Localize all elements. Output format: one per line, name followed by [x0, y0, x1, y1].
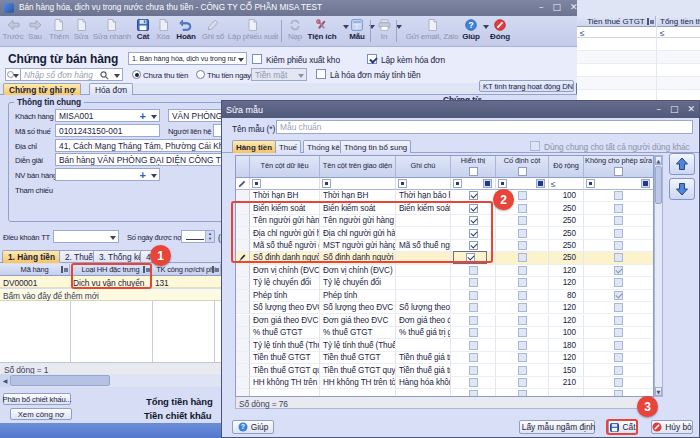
col-fixed-checkbox[interactable] — [518, 390, 527, 397]
col-readonly-checkbox[interactable] — [614, 303, 623, 312]
col-readonly-checkbox[interactable] — [614, 328, 623, 337]
cell-col-readonly[interactable] — [584, 202, 654, 214]
template-row[interactable]: Đơn giá theo ĐVCĐơn giá theo ĐVCĐơn giá … — [236, 315, 654, 327]
cell-col-readonly[interactable] — [584, 252, 654, 264]
cell-col-fixed[interactable] — [496, 215, 549, 227]
header-col-readonly[interactable]: Không cho phép sửa — [584, 156, 654, 178]
col-fixed-checkbox[interactable] — [518, 191, 527, 200]
col-visible-checkbox[interactable] — [469, 191, 478, 200]
item-add-row[interactable]: Bấm vào đây để thêm mới — [0, 289, 221, 301]
toolbar-item-2[interactable]: Sau — [22, 18, 48, 41]
cell-col-fixed[interactable] — [496, 252, 549, 264]
maximize-icon[interactable]: □ — [553, 2, 562, 12]
modal-help-button[interactable]: ? Giúp — [232, 420, 274, 434]
col-visible-checkbox[interactable] — [469, 303, 478, 312]
col-fixed-checkbox[interactable] — [518, 204, 527, 213]
filter-icon[interactable] — [498, 179, 507, 188]
cell-col-width[interactable]: 120 — [549, 277, 584, 289]
cell-col-fixed[interactable] — [496, 364, 549, 376]
col-visible-checkbox[interactable] — [469, 353, 478, 362]
cell-col-readonly[interactable] — [584, 352, 654, 364]
toolbar-item-17[interactable]: Đóng — [487, 18, 513, 41]
cell-col-note[interactable] — [396, 290, 451, 302]
header-row-indicator[interactable] — [236, 156, 250, 178]
cell-col-visible[interactable] — [451, 364, 496, 376]
window-titlebar[interactable]: Bán hàng hóa, dịch vụ trong nước chưa th… — [0, 0, 577, 16]
col-fixed-checkbox[interactable] — [518, 229, 527, 238]
cell-col-note[interactable]: Đơn giá theo đơn — [396, 315, 451, 327]
tab-hoa-don[interactable]: Hóa đơn — [89, 83, 133, 95]
col-readonly-checkbox[interactable] — [614, 378, 623, 387]
col-fixed-checkbox[interactable] — [518, 353, 527, 362]
payment-method-select[interactable]: Tiền mặt — [251, 68, 307, 81]
filter-col-ui-name[interactable] — [320, 178, 396, 190]
filter-icon-filled[interactable] — [536, 179, 545, 188]
cell-col-data-name[interactable]: Tỷ lệ tính thuế (Thuế — [250, 339, 320, 351]
cell-col-visible[interactable] — [451, 389, 496, 397]
cell-col-note[interactable]: Số lượng theo đơ — [396, 302, 451, 314]
cell-col-fixed[interactable] — [496, 352, 549, 364]
col-readonly-checkbox[interactable] — [614, 191, 623, 200]
cell-col-ui-name[interactable]: % thuế GTGT — [320, 327, 396, 339]
cell-col-width[interactable]: 250 — [549, 202, 584, 214]
debt-days-spinner[interactable]: ▲ ▼ — [181, 230, 215, 243]
cell-col-note[interactable]: Tiền thuế giá trị gi — [396, 364, 451, 376]
hscroll-thumb[interactable] — [10, 375, 110, 386]
toolbar-item-13[interactable]: Mẫu — [344, 18, 370, 41]
cell-col-note[interactable]: % thuế giá trị gia t — [396, 327, 451, 339]
item-col-ma-hang[interactable]: Mã hàng — [0, 264, 70, 276]
col-visible-checkbox[interactable] — [469, 390, 478, 397]
minimize-icon[interactable]: – — [539, 2, 544, 12]
col-readonly-checkbox[interactable] — [614, 316, 623, 325]
header-select-all-checkbox[interactable] — [469, 167, 478, 176]
cell-col-width[interactable]: 150 — [549, 364, 584, 376]
header-col-width[interactable]: Độ rộng — [549, 156, 584, 178]
col-readonly-checkbox[interactable] — [614, 366, 623, 375]
with-invoice-checkbox[interactable] — [367, 54, 377, 64]
cell-col-readonly[interactable] — [584, 227, 654, 239]
col-visible-checkbox[interactable] — [469, 341, 478, 350]
cell-col-ui-name[interactable]: Đơn vị chính (ĐVC) — [320, 265, 396, 277]
cell-col-ui-name[interactable] — [320, 389, 396, 397]
toolbar-item-16[interactable]: ?Giúp — [458, 18, 484, 41]
cell-col-readonly[interactable] — [584, 240, 654, 252]
modal-close-icon[interactable]: ✕ — [687, 104, 695, 114]
filter-icon[interactable] — [398, 179, 407, 188]
cell-col-fixed[interactable] — [496, 339, 549, 351]
col-readonly-checkbox[interactable] — [614, 390, 623, 397]
filter-icon[interactable] — [586, 179, 595, 188]
header-col-note[interactable]: Ghi chú — [396, 156, 451, 178]
cell-col-readonly[interactable] — [584, 327, 654, 339]
col-readonly-checkbox[interactable] — [614, 266, 623, 275]
cell-col-width[interactable]: 100 — [549, 190, 584, 202]
bg-grid-header-total[interactable]: Tổng tiền thanh toán — [657, 16, 700, 27]
cell-col-visible[interactable] — [451, 290, 496, 302]
template-row[interactable]: Tỷ lệ chuyển đổiTỷ lệ chuyển đổi120 — [236, 277, 654, 289]
order-search-input[interactable]: Nhập số đơn hàng — [20, 68, 123, 81]
col-fixed-checkbox[interactable] — [518, 253, 527, 262]
cell-col-width[interactable]: 210 — [549, 377, 584, 389]
export-slip-checkbox[interactable] — [252, 54, 262, 64]
cell-col-ui-name[interactable]: Phép tính — [320, 290, 396, 302]
col-readonly-checkbox[interactable] — [614, 278, 623, 287]
cell-col-width[interactable]: 120 — [549, 352, 584, 364]
cell-col-readonly[interactable] — [584, 302, 654, 314]
cell-row-indicator[interactable] — [236, 290, 250, 302]
cell-col-note[interactable] — [396, 389, 451, 397]
item-grid-hscrollbar[interactable]: ◀ — [0, 374, 221, 387]
modal-tab-thong-tin-bo-sung[interactable]: Thông tin bổ sung — [340, 140, 411, 153]
terms-select[interactable] — [53, 230, 119, 243]
header-select-all-checkbox[interactable] — [518, 167, 527, 176]
cell-col-visible[interactable] — [451, 327, 496, 339]
order-filter-dropdown[interactable] — [5, 68, 21, 81]
scroll-left-icon[interactable]: ◀ — [0, 374, 10, 387]
filter-row-indicator[interactable] — [236, 178, 250, 190]
cell-col-width[interactable]: 250 — [549, 252, 584, 264]
cell-col-ui-name[interactable]: Tỷ lệ tính thuế (Thuế suấ — [320, 339, 396, 351]
cell-col-readonly[interactable] — [584, 190, 654, 202]
filter-icon-filled[interactable] — [483, 179, 492, 188]
cell-col-visible[interactable] — [451, 265, 496, 277]
cell-col-data-name[interactable]: Tiền thuế GTGT — [250, 352, 320, 364]
cell-col-width[interactable] — [549, 389, 584, 397]
col-visible-checkbox[interactable] — [469, 266, 478, 275]
